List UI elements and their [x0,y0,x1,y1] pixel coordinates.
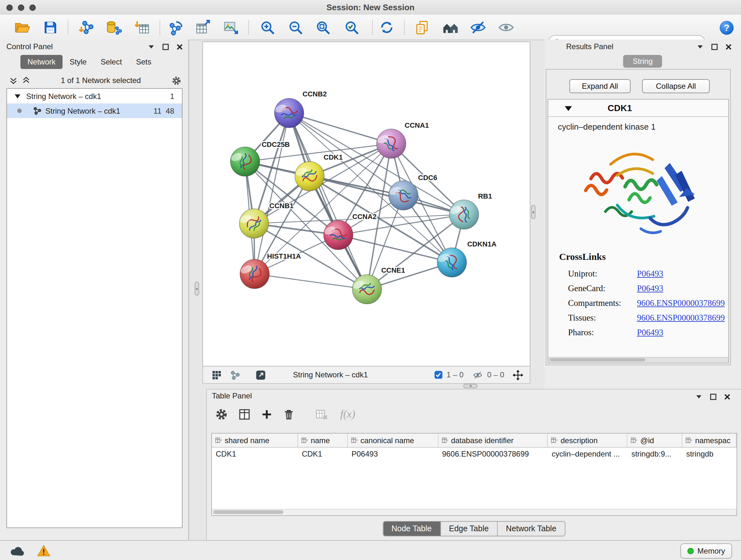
tab-sets[interactable]: Sets [129,55,158,69]
network-row-selected[interactable]: String Network – cdk1 11 48 [7,104,182,118]
results-scrollbar[interactable] [548,357,728,363]
column-header[interactable]: canonical name [347,434,438,447]
column-header[interactable]: namespac [682,434,737,447]
close-panel-icon[interactable] [725,43,732,50]
selected-checkbox-icon[interactable] [434,370,443,379]
close-panel-icon[interactable] [176,43,183,50]
gear-icon[interactable] [214,408,228,422]
crosslink-link[interactable]: P06493 [637,266,664,281]
network-node-CCNB2[interactable] [274,98,304,128]
show-columns-icon[interactable] [238,408,252,422]
network-edge[interactable] [289,113,391,144]
cloud-icon[interactable] [9,545,25,557]
hide-graphics-details-button[interactable] [467,18,489,37]
column-header[interactable]: database identifier [438,434,548,447]
collapse-all-button[interactable]: Collapse All [642,79,710,93]
crosslink-link[interactable]: 9606.ENSP00000378699 [637,296,725,310]
splitter-handle[interactable] [531,205,536,219]
detach-view-icon[interactable] [255,369,266,380]
import-network-from-file-button[interactable] [75,18,97,37]
table-cell[interactable]: cyclin–dependent ... [548,448,628,460]
network-edge[interactable] [310,176,464,214]
gear-icon[interactable] [171,75,182,86]
tab-node-table[interactable]: Node Table [383,522,441,536]
birds-eye-grid-icon[interactable] [212,370,221,380]
tab-string[interactable]: String [623,55,663,68]
memory-button[interactable]: Memory [680,543,732,559]
column-header[interactable]: name [298,434,348,447]
column-header[interactable]: shared name [212,434,298,447]
network-node-CCNA2[interactable] [324,220,353,250]
panel-menu-caret-icon[interactable] [695,393,703,400]
close-panel-icon[interactable] [724,393,731,400]
network-edge[interactable] [289,113,367,289]
pan-crosshair-icon[interactable] [512,369,524,381]
help-button[interactable]: ? [716,18,737,37]
save-session-button[interactable] [40,18,61,37]
zoom-in-button[interactable] [257,18,278,37]
crosslink-link[interactable]: P06493 [637,281,664,296]
open-session-button[interactable] [11,18,33,37]
warning-icon[interactable] [37,545,51,557]
expand-all-button[interactable]: Expand All [569,79,630,93]
zoom-out-button[interactable] [285,18,307,37]
network-node-CCNB1[interactable] [239,209,269,238]
float-panel-icon[interactable] [710,393,717,400]
disclosure-triangle-icon[interactable] [565,105,572,111]
column-header[interactable]: @id [627,434,682,447]
table-cell[interactable]: P06493 [347,448,438,460]
table-cell[interactable]: 9606.ENSP00000378699 [438,448,548,460]
network-collection-row[interactable]: String Network – cdk1 1 [7,89,182,104]
tab-network-table[interactable]: Network Table [497,522,564,536]
first-neighbors-button[interactable] [440,18,461,37]
network-edge[interactable] [255,274,367,289]
tab-select[interactable]: Select [93,55,129,69]
import-table-button[interactable] [131,18,153,37]
gene-section-header[interactable]: CDK1 [548,100,728,117]
network-edge[interactable] [255,113,289,274]
float-panel-icon[interactable] [711,43,718,50]
table-row[interactable]: CDK1CDK1P064939606.ENSP00000378699cyclin… [212,448,737,460]
minimize-window-button[interactable] [18,4,24,11]
apply-layout-button[interactable] [376,18,398,37]
zoom-fit-button[interactable] [312,18,334,37]
table-cell[interactable]: stringdb:9... [627,448,682,460]
new-network-button[interactable] [165,18,186,37]
network-node-CCNE1[interactable] [352,274,382,304]
network-node-CDKN1A[interactable] [437,248,467,277]
network-node-HIST1H1A[interactable] [240,259,269,289]
tab-edge-table[interactable]: Edge Table [441,522,498,536]
network-canvas[interactable]: CCNB2CCNA1CDC25BCDK1CDC6RB1CCNB1CCNA2CDK… [202,42,530,367]
show-graphics-details-button[interactable] [495,18,517,37]
table-horizontal-scrollbar[interactable] [212,509,737,515]
network-node-CDC6[interactable] [389,181,418,210]
new-table-button[interactable] [192,18,214,37]
scrollbar-thumb[interactable] [549,358,645,361]
network-node-CCNA1[interactable] [377,129,406,159]
network-node-CDC25B[interactable] [230,147,260,176]
table-cell[interactable]: stringdb [682,448,737,460]
table-cell[interactable]: CDK1 [298,448,348,460]
maximize-window-button[interactable] [29,4,36,11]
disclosure-triangle-icon[interactable] [15,93,20,99]
crosslink-link[interactable]: 9606.ENSP00000378699 [637,310,725,325]
network-overview-icon[interactable] [230,370,240,380]
panel-menu-caret-icon[interactable] [147,43,155,51]
column-header[interactable]: description [548,434,628,447]
close-window-button[interactable] [6,4,13,11]
copy-document-button[interactable] [411,18,433,37]
network-node-CDK1[interactable] [295,162,324,191]
tab-network[interactable]: Network [20,55,63,69]
splitter-handle[interactable] [195,282,199,296]
network-node-RB1[interactable] [449,200,479,229]
crosslink-link[interactable]: P06493 [637,325,664,340]
hidden-eye-slash-icon[interactable] [473,370,483,380]
collapse-all-icon[interactable] [9,76,18,85]
tab-style[interactable]: Style [63,55,93,69]
zoom-selected-button[interactable] [341,18,362,37]
scrollbar-thumb[interactable] [213,510,283,514]
panel-menu-caret-icon[interactable] [696,43,704,51]
expand-all-icon[interactable] [22,76,30,85]
export-image-button[interactable] [220,18,242,37]
splitter-handle[interactable] [463,384,477,388]
